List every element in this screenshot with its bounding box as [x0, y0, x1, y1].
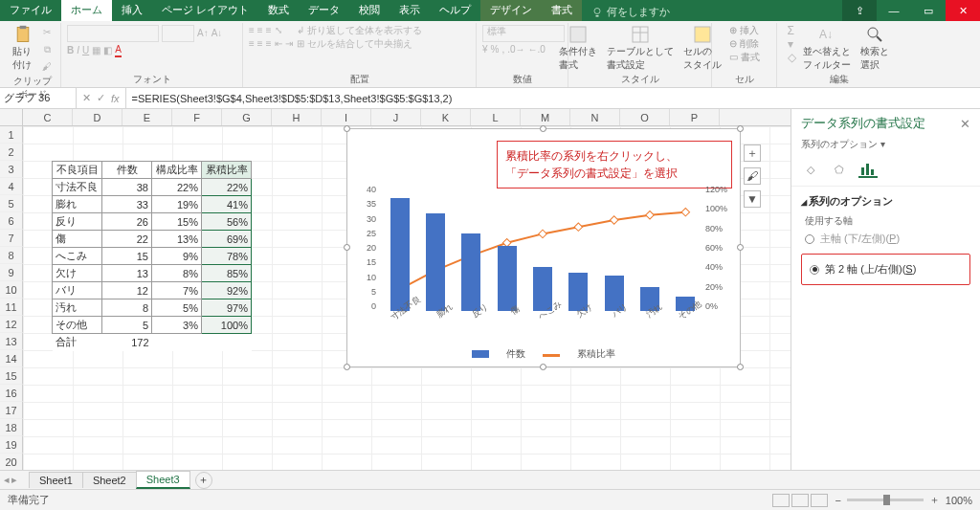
sheet-tab[interactable]: Sheet2	[82, 472, 137, 488]
chart-bar[interactable]	[390, 198, 410, 311]
formula-input[interactable]: =SERIES(Sheet3!$G$4,Sheet3!$D$5:$D$13,Sh…	[126, 93, 980, 104]
column-header[interactable]: J	[371, 109, 421, 125]
cell[interactable]: 19%	[152, 196, 202, 213]
conditional-format-button[interactable]: 条件付き 書式	[556, 25, 600, 72]
column-header[interactable]: G	[222, 109, 272, 125]
fx-icon[interactable]: fx	[111, 93, 120, 104]
find-select-button[interactable]: 検索と 選択	[858, 25, 892, 72]
row-header[interactable]: 12	[0, 316, 23, 333]
merge-center-icon[interactable]: ⊞	[297, 38, 304, 50]
column-header[interactable]: K	[421, 109, 471, 125]
row-header[interactable]: 7	[0, 230, 23, 247]
cell[interactable]: 15%	[152, 213, 202, 231]
column-header[interactable]: H	[272, 109, 322, 125]
pane-close-icon[interactable]: ✕	[960, 117, 970, 131]
cell[interactable]: 反り	[53, 213, 102, 231]
chart-filters-button[interactable]: ▼	[744, 190, 761, 208]
tab-formulas[interactable]: 数式	[258, 0, 299, 21]
italic-button[interactable]: I	[77, 45, 79, 56]
number-format-dropdown[interactable]: 標準	[482, 25, 565, 42]
chart-bar[interactable]	[461, 233, 480, 311]
cell[interactable]: 7%	[152, 282, 202, 299]
cell[interactable]: 69%	[202, 231, 252, 248]
accounting-icon[interactable]: ¥	[482, 44, 488, 55]
cell[interactable]: 22%	[152, 179, 202, 196]
align-left-icon[interactable]: ≡	[249, 38, 255, 50]
zoom-in-button[interactable]: ＋	[929, 493, 940, 507]
row-header[interactable]: 6	[0, 212, 23, 230]
fill-color-icon[interactable]: ◧	[103, 45, 112, 56]
column-header[interactable]: L	[471, 109, 521, 125]
sheet-tab[interactable]: Sheet3	[136, 471, 190, 489]
format-painter-icon[interactable]: 🖌	[39, 59, 55, 75]
cell[interactable]: 100%	[202, 317, 252, 334]
name-box[interactable]: グラフ 36	[0, 88, 77, 108]
tab-nav-prev-icon[interactable]: ◂	[4, 474, 10, 486]
row-header[interactable]: 20	[0, 454, 23, 471]
tab-file[interactable]: ファイル	[0, 0, 61, 21]
series-marker[interactable]	[610, 216, 617, 224]
cell[interactable]: 8%	[152, 265, 202, 282]
indent-dec-icon[interactable]: ⇤	[275, 38, 282, 50]
worksheet[interactable]: CDEFGHIJKLMNOP 1234567891011121314151617…	[0, 109, 791, 489]
row-header[interactable]: 4	[0, 178, 23, 195]
cell[interactable]: 56%	[202, 213, 252, 231]
select-all-corner[interactable]	[0, 109, 23, 126]
row-header[interactable]: 3	[0, 161, 23, 178]
zoom-slider[interactable]	[847, 499, 924, 501]
fill-icon[interactable]: ▾	[788, 38, 796, 50]
cell[interactable]: 3%	[152, 317, 202, 334]
wrap-text-icon[interactable]: ↲	[297, 25, 304, 36]
column-header[interactable]: C	[23, 109, 73, 125]
row-header[interactable]: 11	[0, 299, 23, 316]
cell[interactable]: 汚れ	[53, 299, 102, 317]
row-header[interactable]: 1	[0, 126, 23, 144]
format-table-button[interactable]: テーブルとして 書式設定	[604, 25, 677, 72]
cell[interactable]: 22	[102, 231, 152, 248]
align-mid-icon[interactable]: ≡	[257, 25, 263, 36]
cell[interactable]: 41%	[202, 196, 252, 213]
column-header[interactable]: O	[620, 109, 670, 125]
column-header[interactable]: I	[322, 109, 371, 125]
column-header[interactable]: M	[521, 109, 570, 125]
effects-tab-icon[interactable]: ⬠	[830, 161, 849, 178]
row-header[interactable]: 15	[0, 367, 23, 385]
delete-cells-button[interactable]: ⊖削除	[729, 38, 759, 50]
tab-home[interactable]: ホーム	[61, 0, 112, 21]
decrease-font-icon[interactable]: A↓	[212, 28, 223, 39]
row-header[interactable]: 18	[0, 419, 23, 436]
new-sheet-button[interactable]: ＋	[195, 472, 212, 489]
border-icon[interactable]: ▦	[92, 45, 100, 56]
row-header[interactable]: 16	[0, 385, 23, 402]
autosum-icon[interactable]: Σ	[788, 25, 796, 36]
cut-icon[interactable]: ✂	[39, 25, 55, 40]
primary-axis-radio[interactable]: 主軸 (下/左側)(P)	[801, 230, 970, 248]
cell[interactable]: 97%	[202, 299, 252, 317]
align-center-icon[interactable]: ≡	[257, 38, 263, 50]
cell[interactable]: 22%	[202, 179, 252, 196]
align-right-icon[interactable]: ≡	[266, 38, 272, 50]
sheet-tab[interactable]: Sheet1	[29, 472, 83, 488]
row-header[interactable]: 17	[0, 402, 23, 419]
chart-styles-button[interactable]: 🖌	[744, 167, 761, 185]
increase-font-icon[interactable]: A↑	[197, 28, 209, 39]
cell[interactable]: 33	[102, 196, 152, 213]
series-marker[interactable]	[681, 208, 689, 215]
insert-cells-button[interactable]: ⊕挿入	[729, 25, 759, 36]
cell[interactable]: 膨れ	[53, 196, 102, 213]
underline-button[interactable]: U	[82, 45, 89, 56]
cell[interactable]: 8	[102, 299, 152, 317]
cell[interactable]: 15	[102, 248, 152, 265]
series-marker[interactable]	[574, 223, 582, 231]
tab-design[interactable]: デザイン	[480, 0, 542, 21]
cell[interactable]: 38	[102, 179, 152, 196]
inc-decimal-icon[interactable]: .0→	[507, 44, 524, 55]
align-bot-icon[interactable]: ≡	[266, 25, 272, 36]
sort-filter-button[interactable]: A↓並べ替えと フィルター	[800, 25, 854, 72]
row-header[interactable]: 8	[0, 247, 23, 264]
cell[interactable]: 傷	[53, 231, 102, 248]
orientation-icon[interactable]: ⤡	[275, 25, 282, 36]
cell[interactable]: 92%	[202, 282, 252, 299]
cell[interactable]: 寸法不良	[53, 179, 102, 196]
cell[interactable]: 5%	[152, 299, 202, 317]
